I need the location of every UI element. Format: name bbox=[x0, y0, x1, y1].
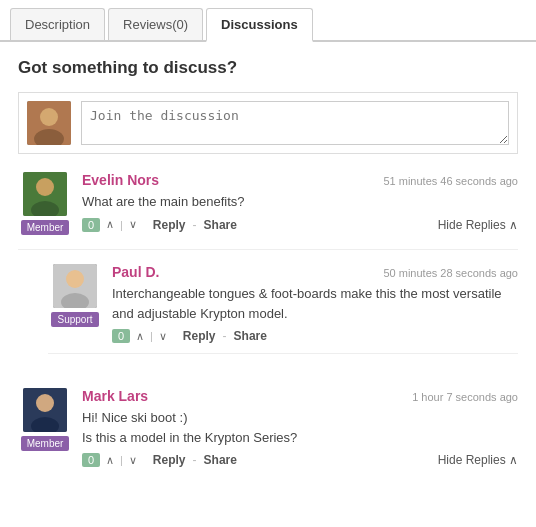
user-badge: Member bbox=[21, 220, 69, 235]
reply-vote-sep: | bbox=[150, 330, 153, 342]
comment2-downvote-button[interactable]: ∨ bbox=[127, 454, 139, 467]
reply-body: Paul D. 50 minutes 28 seconds ago Interc… bbox=[112, 264, 518, 343]
tab-discussions[interactable]: Discussions bbox=[206, 8, 313, 42]
tabs-bar: Description Reviews(0) Discussions bbox=[0, 8, 536, 42]
comment2-avatar-wrap: Member bbox=[18, 388, 72, 451]
comment-header: Evelin Nors 51 minutes 46 seconds ago bbox=[82, 172, 518, 188]
comment-author: Evelin Nors bbox=[82, 172, 159, 188]
reply-downvote-button[interactable]: ∨ bbox=[157, 330, 169, 343]
reply-vote-area: 0 ∧ | ∨ Reply - Share bbox=[112, 329, 267, 343]
reply-text: Interchangeable tongues & foot-boards ma… bbox=[112, 284, 518, 323]
current-user-avatar bbox=[27, 101, 71, 145]
comment2-vote-sep: | bbox=[120, 454, 123, 466]
hide-replies-link[interactable]: Hide Replies ∧ bbox=[438, 218, 518, 232]
reply-header: Paul D. 50 minutes 28 seconds ago bbox=[112, 264, 518, 280]
comment-time: 51 minutes 46 seconds ago bbox=[383, 175, 518, 187]
comment2-hide-replies-link[interactable]: Hide Replies ∧ bbox=[438, 453, 518, 467]
reply-reply-link[interactable]: Reply bbox=[183, 329, 216, 343]
comment2-body: Mark Lars 1 hour 7 seconds ago Hi! Nice … bbox=[82, 388, 518, 467]
comment2-sep2: - bbox=[193, 453, 197, 467]
reply-avatar-wrap: Support bbox=[48, 264, 102, 327]
reply-row: Support Paul D. 50 minutes 28 seconds ag… bbox=[48, 264, 518, 378]
reply-share-link[interactable]: Share bbox=[234, 329, 267, 343]
comment2-header: Mark Lars 1 hour 7 seconds ago bbox=[82, 388, 518, 404]
comment-avatar-wrap: Member bbox=[18, 172, 72, 235]
reply-link[interactable]: Reply bbox=[153, 218, 186, 232]
reply-author: Paul D. bbox=[112, 264, 159, 280]
comment-body: Evelin Nors 51 minutes 46 seconds ago Wh… bbox=[82, 172, 518, 232]
comment2-vote-area: 0 ∧ | ∨ Reply - Share bbox=[82, 453, 237, 467]
comment2-upvote-button[interactable]: ∧ bbox=[104, 454, 116, 467]
comment-row-2: Member Mark Lars 1 hour 7 seconds ago Hi… bbox=[18, 388, 518, 481]
reply-actions: 0 ∧ | ∨ Reply - Share bbox=[112, 329, 518, 343]
reply-upvote-button[interactable]: ∧ bbox=[134, 330, 146, 343]
sep2: - bbox=[193, 218, 197, 232]
reply-time: 50 minutes 28 seconds ago bbox=[383, 267, 518, 279]
svg-point-10 bbox=[36, 394, 54, 412]
comment2-avatar bbox=[23, 388, 67, 432]
comment2-text: Hi! Nice ski boot :) Is this a model in … bbox=[82, 408, 518, 447]
discussion-input-area bbox=[18, 92, 518, 154]
comment2-vote-count: 0 bbox=[82, 453, 100, 467]
svg-point-4 bbox=[36, 178, 54, 196]
section-title: Got something to discuss? bbox=[18, 58, 518, 78]
reply-vote-count: 0 bbox=[112, 329, 130, 343]
comment-actions: 0 ∧ | ∨ Reply - Share Hide Replies ∧ bbox=[82, 218, 518, 232]
tab-reviews[interactable]: Reviews(0) bbox=[108, 8, 203, 40]
tab-description[interactable]: Description bbox=[10, 8, 105, 40]
comment2-user-badge: Member bbox=[21, 436, 69, 451]
downvote-button[interactable]: ∨ bbox=[127, 218, 139, 231]
share-link[interactable]: Share bbox=[204, 218, 237, 232]
comment-text: What are the main benefits? bbox=[82, 192, 518, 212]
comment2-author: Mark Lars bbox=[82, 388, 148, 404]
reply-sep2: - bbox=[223, 329, 227, 343]
reply-avatar bbox=[53, 264, 97, 308]
comment2-actions: 0 ∧ | ∨ Reply - Share Hide Replies ∧ bbox=[82, 453, 518, 467]
comment2-time: 1 hour 7 seconds ago bbox=[412, 391, 518, 403]
discussion-input[interactable] bbox=[81, 101, 509, 145]
reply-user-badge: Support bbox=[51, 312, 99, 327]
comment2-share-link[interactable]: Share bbox=[204, 453, 237, 467]
comment2-reply-link[interactable]: Reply bbox=[153, 453, 186, 467]
upvote-button[interactable]: ∧ bbox=[104, 218, 116, 231]
vote-count: 0 bbox=[82, 218, 100, 232]
vote-sep: | bbox=[120, 219, 123, 231]
svg-point-1 bbox=[40, 108, 58, 126]
reply-comment-inner: Support Paul D. 50 minutes 28 seconds ag… bbox=[48, 264, 518, 354]
svg-point-7 bbox=[66, 270, 84, 288]
comment-avatar bbox=[23, 172, 67, 216]
content-area: Got something to discuss? Member bbox=[0, 42, 536, 511]
comment-row: Member Evelin Nors 51 minutes 46 seconds… bbox=[18, 172, 518, 250]
vote-area: 0 ∧ | ∨ Reply - Share bbox=[82, 218, 237, 232]
